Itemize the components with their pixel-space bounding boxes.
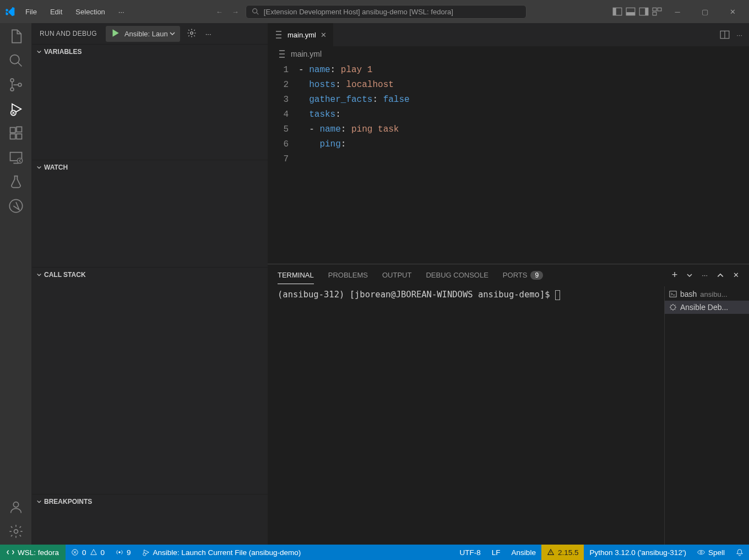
ports-tab[interactable]: PORTS9 <box>503 267 543 284</box>
remote-explorer-icon[interactable] <box>8 150 24 165</box>
sidebar-more-icon[interactable]: ··· <box>203 28 214 40</box>
editor-area: main.yml ✕ ··· main.yml 1 2 3 4 5 6 7 <box>268 23 749 545</box>
chevron-down-icon <box>36 49 42 55</box>
split-editor-icon[interactable] <box>720 30 730 40</box>
breadcrumb[interactable]: main.yml <box>268 46 749 62</box>
layout-customize-icon[interactable] <box>652 7 662 17</box>
debug-target-status[interactable]: Ansible: Launch Current File (ansibug-de… <box>137 545 307 560</box>
code-editor[interactable]: 1 2 3 4 5 6 7 - name: play 1 hosts: loca… <box>268 62 749 264</box>
svg-rect-7 <box>645 8 648 15</box>
output-tab[interactable]: OUTPUT <box>382 267 411 284</box>
python-status[interactable]: Python 3.12.0 ('ansibug-312') <box>584 545 692 560</box>
debug-configure-gear-icon[interactable] <box>184 26 199 42</box>
sidebar-title: RUN AND DEBUG <box>40 30 97 37</box>
warning-icon <box>547 548 555 556</box>
explorer-icon[interactable] <box>8 29 24 44</box>
editor-more-icon[interactable]: ··· <box>736 31 742 39</box>
svg-rect-18 <box>10 134 15 139</box>
search-icon <box>252 8 259 15</box>
titlebar: File Edit Selection ··· ← → [Extension D… <box>0 0 749 23</box>
watch-section-header[interactable]: WATCH <box>32 160 268 174</box>
chevron-down-icon <box>169 30 176 37</box>
layout-secondary-icon[interactable] <box>639 7 649 17</box>
svg-point-15 <box>18 83 21 86</box>
callstack-section-header[interactable]: CALL STACK <box>32 267 268 281</box>
window-minimize-button[interactable]: ─ <box>665 2 690 21</box>
spell-status[interactable]: Spell <box>692 545 730 560</box>
breadcrumb-item: main.yml <box>291 50 322 58</box>
svg-point-13 <box>10 79 14 82</box>
window-close-button[interactable]: ✕ <box>720 2 745 21</box>
panel-more-icon[interactable]: ··· <box>702 271 708 279</box>
terminal-item-bash[interactable]: bash ansibu... <box>665 287 749 301</box>
ansible-icon[interactable] <box>8 198 24 214</box>
file-icon <box>274 30 283 39</box>
svg-point-34 <box>143 553 145 556</box>
accounts-icon[interactable] <box>8 499 24 515</box>
nav-back-icon[interactable]: ← <box>216 8 223 16</box>
tab-label: main.yml <box>287 31 316 39</box>
svg-rect-9 <box>658 8 661 11</box>
menu-edit[interactable]: Edit <box>45 6 68 18</box>
panel-maximize-icon[interactable] <box>717 271 724 279</box>
menu-file[interactable]: File <box>20 6 42 18</box>
search-icon[interactable] <box>8 53 24 68</box>
settings-gear-icon[interactable] <box>8 524 24 539</box>
eol-status[interactable]: LF <box>486 545 506 560</box>
activity-bar <box>0 23 32 545</box>
debug-config-name: Ansible: Laun <box>124 30 168 38</box>
svg-rect-30 <box>670 291 676 297</box>
language-status[interactable]: Ansible <box>506 545 541 560</box>
svg-point-25 <box>13 502 18 507</box>
editor-tab-main-yml[interactable]: main.yml ✕ <box>268 23 334 46</box>
debug-config-select[interactable]: Ansible: Laun <box>106 26 180 42</box>
menu-more[interactable]: ··· <box>113 6 130 18</box>
ansible-version-status[interactable]: 2.15.5 <box>541 545 584 560</box>
warning-icon <box>90 548 97 556</box>
svg-point-24 <box>9 199 22 212</box>
problems-status[interactable]: 0 0 <box>66 545 110 560</box>
notifications-status[interactable] <box>730 545 749 560</box>
menu-selection[interactable]: Selection <box>70 6 110 18</box>
encoding-status[interactable]: UTF-8 <box>454 545 486 560</box>
testing-icon[interactable] <box>8 174 24 189</box>
svg-point-27 <box>190 31 193 34</box>
command-center-search[interactable]: [Extension Development Host] ansibug-dem… <box>246 5 527 19</box>
terminal-profile-chevron-icon[interactable] <box>686 272 693 279</box>
new-terminal-icon[interactable]: + <box>672 269 678 281</box>
ports-status[interactable]: 9 <box>110 545 137 560</box>
remote-indicator[interactable]: WSL: fedora <box>0 545 66 560</box>
svg-rect-10 <box>653 12 656 15</box>
debug-console-tab[interactable]: DEBUG CONSOLE <box>426 267 488 284</box>
terminal-item-ansible-debug[interactable]: Ansible Deb... <box>665 301 749 314</box>
run-debug-icon[interactable] <box>8 101 24 117</box>
layout-panel-icon[interactable] <box>626 7 636 17</box>
source-control-icon[interactable] <box>8 77 24 93</box>
svg-point-0 <box>253 9 257 13</box>
debug-icon <box>142 548 150 556</box>
svg-rect-5 <box>626 12 635 15</box>
window-maximize-button[interactable]: ▢ <box>693 2 717 21</box>
svg-rect-8 <box>653 8 656 11</box>
panel-close-icon[interactable]: ✕ <box>733 271 739 279</box>
tab-close-icon[interactable]: ✕ <box>321 31 327 39</box>
problems-tab[interactable]: PROBLEMS <box>328 267 368 284</box>
terminal-tab[interactable]: TERMINAL <box>278 267 314 284</box>
menu-bar: File Edit Selection ··· <box>20 6 130 18</box>
extensions-icon[interactable] <box>8 126 24 141</box>
breakpoints-section-header[interactable]: BREAKPOINTS <box>32 494 268 508</box>
ports-badge: 9 <box>530 271 543 280</box>
svg-point-14 <box>10 88 14 91</box>
svg-rect-19 <box>17 134 21 139</box>
terminal-output[interactable]: (ansibug-312) [jborean@JBOREAN-WINDOWS a… <box>268 286 664 545</box>
broadcast-icon <box>116 548 123 556</box>
svg-line-12 <box>18 63 21 67</box>
svg-rect-3 <box>613 8 616 15</box>
svg-point-36 <box>698 551 704 554</box>
layout-primary-icon[interactable] <box>612 7 622 17</box>
start-debug-button[interactable] <box>107 27 123 41</box>
variables-section-header[interactable]: VARIABLES <box>32 44 268 58</box>
svg-point-33 <box>118 551 121 553</box>
error-icon <box>71 548 79 556</box>
nav-forward-icon[interactable]: → <box>232 8 239 16</box>
